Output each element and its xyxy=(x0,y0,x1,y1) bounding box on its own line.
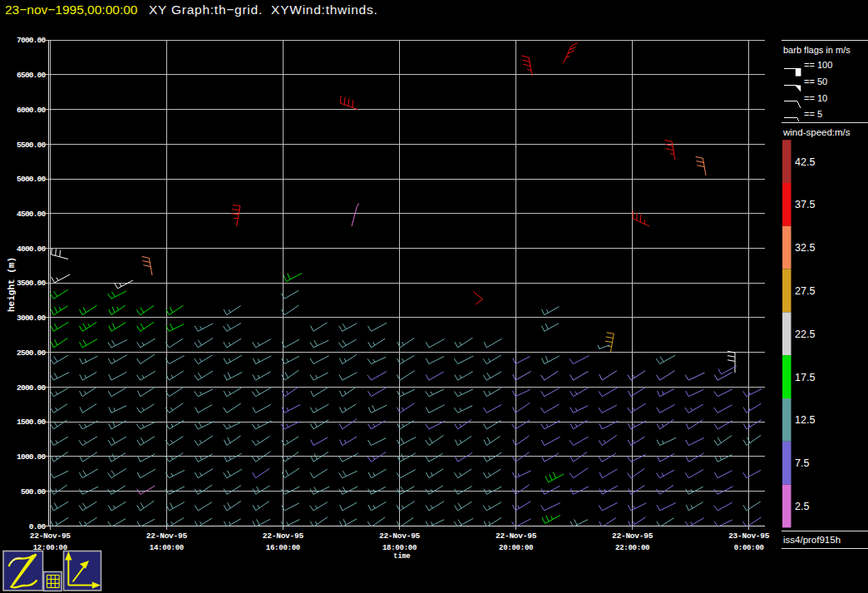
svg-text:wind-speed:m/s: wind-speed:m/s xyxy=(782,127,851,137)
svg-text:time: time xyxy=(393,552,410,561)
svg-text:7000.00: 7000.00 xyxy=(17,36,46,45)
svg-text:22-Nov-95: 22-Nov-95 xyxy=(379,531,421,541)
svg-text:42.5: 42.5 xyxy=(795,156,815,168)
svg-text:23−nov−1995,00:00:00: 23−nov−1995,00:00:00 xyxy=(5,2,138,17)
svg-text:22-Nov-95: 22-Nov-95 xyxy=(30,531,72,541)
svg-text:5000.00: 5000.00 xyxy=(17,175,46,184)
svg-text:37.5: 37.5 xyxy=(795,199,815,210)
svg-text:1500.00: 1500.00 xyxy=(17,418,46,427)
svg-text:1000.00: 1000.00 xyxy=(17,452,46,462)
svg-text:500.00: 500.00 xyxy=(21,487,47,497)
svg-text:0.00: 0.00 xyxy=(29,522,47,531)
svg-text:14:00:00: 14:00:00 xyxy=(150,544,184,552)
svg-text:22-Nov-95: 22-Nov-95 xyxy=(263,531,304,541)
svg-text:4500.00: 4500.00 xyxy=(17,210,46,219)
svg-text:XY Graph:th−grid. XYWind:thwi: XY Graph:th−grid. XYWind:thwinds. xyxy=(149,2,378,17)
svg-text:18:00:00: 18:00:00 xyxy=(382,544,417,552)
svg-text:4000.00: 4000.00 xyxy=(17,245,46,254)
svg-text:22-Nov-95: 22-Nov-95 xyxy=(146,531,188,541)
svg-text:height (m): height (m) xyxy=(7,257,17,312)
svg-text:22.5: 22.5 xyxy=(795,329,815,340)
svg-text:22-Nov-95: 22-Nov-95 xyxy=(496,531,537,541)
svg-text:17.5: 17.5 xyxy=(795,372,815,383)
svg-text:barb flags in m/s: barb flags in m/s xyxy=(783,45,851,55)
svg-text:23-Nov-95: 23-Nov-95 xyxy=(728,531,770,541)
svg-text:20:00:00: 20:00:00 xyxy=(499,544,533,552)
svg-text:27.5: 27.5 xyxy=(795,285,815,297)
svg-text:iss4/prof915h: iss4/prof915h xyxy=(783,535,841,545)
svg-text:7.5: 7.5 xyxy=(795,457,809,469)
svg-text:16:00:00: 16:00:00 xyxy=(266,544,300,552)
svg-text:22-Nov-95: 22-Nov-95 xyxy=(612,531,653,541)
svg-text:32.5: 32.5 xyxy=(795,242,815,254)
svg-text:3000.00: 3000.00 xyxy=(17,314,46,323)
svg-text:2.5: 2.5 xyxy=(795,501,809,512)
svg-text:0:00:00: 0:00:00 xyxy=(734,544,764,552)
svg-text:3500.00: 3500.00 xyxy=(17,279,46,288)
svg-text:6000.00: 6000.00 xyxy=(17,106,46,115)
svg-text:== 100: == 100 xyxy=(804,60,832,70)
svg-text:6500.00: 6500.00 xyxy=(17,71,46,80)
svg-text:5500.00: 5500.00 xyxy=(17,141,46,150)
svg-text:== 10: == 10 xyxy=(804,93,827,103)
svg-text:2500.00: 2500.00 xyxy=(17,348,46,358)
svg-text:22:00:00: 22:00:00 xyxy=(615,544,649,552)
svg-text:== 50: == 50 xyxy=(804,77,827,86)
svg-text:12.5: 12.5 xyxy=(795,414,815,426)
svg-text:== 5: == 5 xyxy=(804,109,822,119)
svg-text:2000.00: 2000.00 xyxy=(17,383,46,393)
